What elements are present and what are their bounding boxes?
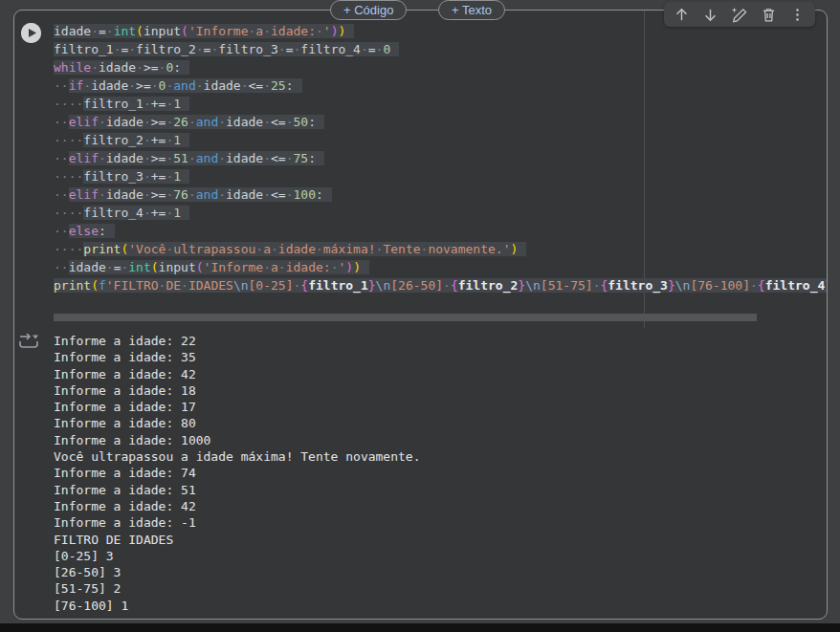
run-cell-button[interactable] xyxy=(21,23,41,43)
code-line[interactable]: ··else: xyxy=(54,222,827,240)
selected-code-text: print('Você·ultrapassou·a·idade·máxima!·… xyxy=(83,242,526,256)
indent-whitespace: ·· xyxy=(54,151,69,165)
output-line: Informe a idade: 22 xyxy=(54,333,421,349)
output-line: [26-50] 3 xyxy=(54,564,421,580)
output-line: Informe a idade: 51 xyxy=(54,482,421,498)
more-cell-actions-button[interactable] xyxy=(786,3,809,26)
code-line[interactable]: ····filtro_2·+=·1 xyxy=(54,131,827,149)
indent-whitespace: ···· xyxy=(54,242,83,256)
code-line[interactable]: ····filtro_4·+=·1 xyxy=(54,204,827,222)
play-icon xyxy=(21,23,41,43)
colab-page: { "colors": { "page_bg": "#3e3f40", "cel… xyxy=(0,0,840,632)
pen-sparkle-icon xyxy=(731,7,747,23)
output-line: Informe a idade: 42 xyxy=(54,366,421,382)
selected-code-text: elif·idade·>=·51·and·idade·<=·75: xyxy=(69,151,324,165)
add-text-label: + Texto xyxy=(452,3,492,17)
output-line: Você ultrapassou a idade máxima! Tente n… xyxy=(54,448,421,465)
code-editor[interactable]: idade·=·int(input('Informe·a·idade:·'))f… xyxy=(54,22,827,294)
code-line[interactable]: ··elif·idade·>=·26·and·idade·<=·50: xyxy=(54,113,827,131)
code-line[interactable]: ··if·idade·>=·0·and·idade·<=·25: xyxy=(54,76,827,95)
code-cell: idade·=·int(input('Informe·a·idade:·'))f… xyxy=(13,10,828,620)
delete-cell-button[interactable] xyxy=(757,3,780,26)
output-line: Informe a idade: 80 xyxy=(54,415,421,431)
output-line: FILTRO DE IDADES xyxy=(54,532,421,548)
code-line[interactable]: ····print('Você·ultrapassou·a·idade·máxi… xyxy=(54,240,827,258)
indent-whitespace: ·· xyxy=(54,260,69,274)
add-text-button[interactable]: + Texto xyxy=(438,0,505,20)
selected-code-text: filtro_3·+=·1 xyxy=(83,169,189,184)
selected-code-text: print(f'FILTRO·DE·IDADES\n[0-25]·{filtro… xyxy=(54,278,828,293)
cell-toolbar xyxy=(664,2,815,27)
indent-whitespace: ·· xyxy=(54,224,69,238)
output-line: Informe a idade: 18 xyxy=(54,382,421,399)
output-line: [0-25] 3 xyxy=(54,548,421,564)
indent-whitespace: ·· xyxy=(54,187,69,202)
code-line[interactable]: filtro_1·=·filtro_2·=·filtro_3·=·filtro_… xyxy=(54,40,827,58)
output-line: Informe a idade: 74 xyxy=(54,465,421,481)
indent-whitespace: ···· xyxy=(54,133,83,147)
indent-whitespace: ···· xyxy=(54,206,83,220)
output-line: Informe a idade: 1000 xyxy=(54,432,421,448)
code-line[interactable]: ··idade·=·int(input('Informe·a·idade:·')… xyxy=(54,258,827,276)
cell-output-icon xyxy=(18,332,41,354)
code-line[interactable]: ····filtro_3·+=·1 xyxy=(54,167,827,185)
selected-code-text: elif·idade·>=·26·and·idade·<=·50: xyxy=(69,115,324,129)
code-line[interactable]: ··elif·idade·>=·76·and·idade·<=·100: xyxy=(54,185,827,204)
code-line[interactable]: print(f'FILTRO·DE·IDADES\n[0-25]·{filtro… xyxy=(54,276,827,294)
selected-code-text: idade·=·int(input('Informe·a·idade:·')) xyxy=(69,260,369,274)
output-line: [76-100] 1 xyxy=(54,598,421,614)
selected-code-text: filtro_4·+=·1 xyxy=(83,206,189,220)
arrow-down-icon xyxy=(702,7,718,23)
cell-output-area: Informe a idade: 22Informe a idade: 35In… xyxy=(54,333,421,614)
selected-code-text: idade·=·int(input('Informe·a·idade:·')) xyxy=(54,24,354,38)
selected-code-text: else: xyxy=(69,224,115,238)
selected-code-text: filtro_1·=·filtro_2·=·filtro_3·=·filtro_… xyxy=(54,42,399,56)
code-line[interactable]: ··elif·idade·>=·51·and·idade·<=·75: xyxy=(54,149,827,167)
output-line: Informe a idade: 17 xyxy=(54,399,421,415)
edit-cell-button[interactable] xyxy=(728,3,751,26)
arrow-up-icon xyxy=(674,7,690,23)
selected-code-text: while·idade·>=·0: xyxy=(54,60,189,75)
window-bottom-bar xyxy=(0,623,840,632)
output-line: Informe a idade: 35 xyxy=(54,349,421,365)
selected-code-text: filtro_2·+=·1 xyxy=(83,133,189,147)
move-cell-down-button[interactable] xyxy=(699,3,722,26)
selected-code-text: if·idade·>=·0·and·idade·<=·25: xyxy=(69,78,302,93)
indent-whitespace: ···· xyxy=(54,97,83,111)
add-code-button[interactable]: + Código xyxy=(330,0,407,20)
indent-whitespace: ···· xyxy=(54,169,83,184)
output-line: Informe a idade: 42 xyxy=(54,498,421,514)
trash-icon xyxy=(761,7,777,23)
selected-code-text: elif·idade·>=·76·and·idade·<=·100: xyxy=(69,187,332,202)
output-line: Informe a idade: -1 xyxy=(54,514,421,531)
horizontal-scrollbar[interactable] xyxy=(54,314,757,321)
kebab-menu-icon xyxy=(789,7,806,23)
code-line[interactable]: while·idade·>=·0: xyxy=(54,58,827,76)
code-line[interactable]: ····filtro_1·+=·1 xyxy=(54,95,827,113)
move-cell-up-button[interactable] xyxy=(670,3,693,26)
add-code-label: + Código xyxy=(343,3,393,17)
indent-whitespace: ·· xyxy=(54,78,69,93)
selected-code-text: filtro_1·+=·1 xyxy=(83,97,189,111)
output-line: [51-75] 2 xyxy=(54,580,421,597)
indent-whitespace: ·· xyxy=(54,115,69,129)
